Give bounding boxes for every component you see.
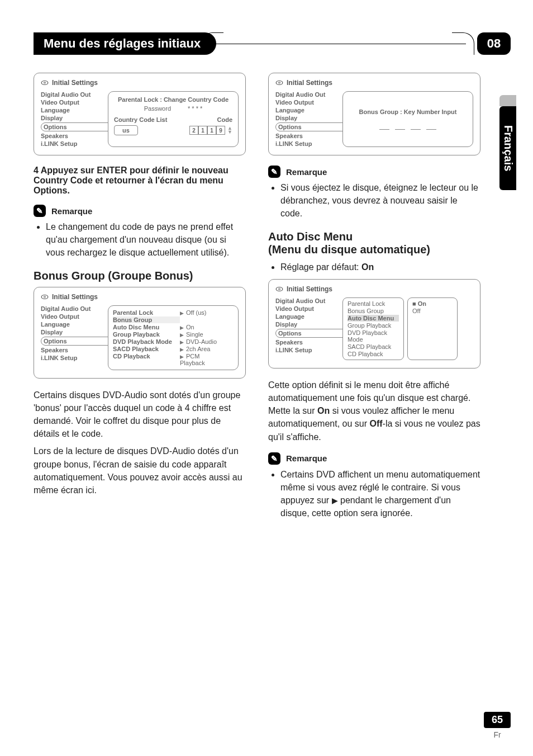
side-item: Speakers xyxy=(275,339,342,346)
note-body: Certains DVD affichent un menu automatiq… xyxy=(280,468,480,520)
play-icon: ▶ xyxy=(332,496,338,505)
chapter-number: 08 xyxy=(477,32,511,55)
side-item-selected: Options xyxy=(275,122,343,131)
side-item: Digital Audio Out xyxy=(275,297,342,304)
code-digit: 9 xyxy=(216,126,225,135)
side-item: i.LINK Setup xyxy=(41,355,108,361)
note-icon: ✎ xyxy=(268,166,280,178)
side-item-selected: Options xyxy=(275,329,343,338)
option-value: ▶Off (us) xyxy=(180,309,219,316)
side-item-selected: Options xyxy=(41,337,108,346)
side-item: Display xyxy=(275,321,342,328)
option-values: ▶Off (us) ▶On ▶Single ▶DVD-Audio ▶2ch Ar… xyxy=(180,309,219,366)
side-item: Language xyxy=(41,107,108,114)
side-item: Display xyxy=(41,329,108,336)
password-label: Password xyxy=(144,105,171,112)
up-down-arrows-icon: ▲▼ xyxy=(227,126,232,134)
side-item: i.LINK Setup xyxy=(275,140,342,147)
note-heading: Remarque xyxy=(286,167,327,177)
side-item: Video Output xyxy=(275,305,342,312)
side-item: i.LINK Setup xyxy=(41,140,108,147)
side-item: Digital Audio Out xyxy=(41,305,108,312)
key-number-slots xyxy=(379,121,436,130)
option-key: Parental Lock xyxy=(113,309,180,316)
language-side-tab: Français xyxy=(499,106,516,190)
option-value: Off xyxy=(412,308,453,314)
side-item: Speakers xyxy=(41,133,108,139)
side-item: i.LINK Setup xyxy=(275,347,342,353)
page-number: 65 xyxy=(484,712,511,728)
section-heading-auto-disc-menu: Auto Disc Menu xyxy=(268,230,480,243)
panel-heading: Parental Lock : Change Country Code xyxy=(114,96,232,103)
decor-line xyxy=(201,44,466,44)
side-item: Language xyxy=(41,321,108,328)
svg-point-6 xyxy=(276,287,283,291)
option-value xyxy=(180,316,219,323)
panel-title: Initial Settings xyxy=(287,285,332,293)
note-heading: Remarque xyxy=(286,453,327,463)
option-value: ▶Single xyxy=(180,331,219,338)
password-mask: * * * * xyxy=(188,105,202,112)
default-setting-line: Réglage par défaut: On xyxy=(280,261,480,273)
panel-heading: Bonus Group : Key Number Input xyxy=(359,108,457,115)
settings-panel-key-input: Initial Settings Digital Audio Out Video… xyxy=(268,73,480,155)
note-icon: ✎ xyxy=(34,205,46,217)
body-paragraph: Cette option définit si le menu doit êtr… xyxy=(268,379,480,443)
option-key-selected: Bonus Group xyxy=(113,316,180,323)
note-body: Si vous éjectez le disque, éteignez le l… xyxy=(280,181,480,220)
disc-icon xyxy=(275,285,283,293)
settings-side-list: Digital Audio Out Video Output Language … xyxy=(41,305,108,370)
side-item: Digital Audio Out xyxy=(275,91,342,98)
option-key: SACD Playback xyxy=(113,346,180,352)
option-key: Auto Disc Menu xyxy=(113,324,180,330)
option-key: DVD Playback Mode xyxy=(348,329,399,343)
option-value: ▶2ch Area xyxy=(180,346,219,352)
country-code-chip: us xyxy=(114,125,138,135)
side-item: Display xyxy=(275,115,342,121)
option-value-selected: ■ On xyxy=(412,300,453,307)
svg-point-7 xyxy=(278,289,280,290)
side-item: Speakers xyxy=(275,133,342,139)
page-lang-code: Fr xyxy=(484,730,511,739)
code-digit: 2 xyxy=(189,126,198,135)
decor-tab-top xyxy=(499,95,516,106)
option-keys: Parental Lock Bonus Group Auto Disc Menu… xyxy=(342,297,404,360)
svg-point-0 xyxy=(41,81,48,85)
page-footer: 65 Fr xyxy=(484,712,511,739)
panel-title: Initial Settings xyxy=(52,293,98,301)
settings-panel-bonus-group: Initial Settings Digital Audio Out Video… xyxy=(34,287,246,379)
option-value: ▶PCM Playback xyxy=(180,353,219,366)
option-value: ▶On xyxy=(180,324,219,330)
note-icon: ✎ xyxy=(268,452,280,465)
disc-icon xyxy=(41,293,49,301)
body-paragraph: Certains disques DVD-Audio sont dotés d'… xyxy=(34,389,246,441)
side-item: Video Output xyxy=(41,99,108,106)
svg-point-2 xyxy=(41,295,48,299)
option-key: Parental Lock xyxy=(348,300,399,307)
page-header: Menu des réglages initiaux 08 xyxy=(34,32,511,55)
list-header-left: Country Code List xyxy=(114,116,167,123)
settings-side-list: Digital Audio Out Video Output Language … xyxy=(275,297,342,360)
option-key: CD Playback xyxy=(113,353,180,360)
option-key: SACD Playback xyxy=(348,343,399,350)
section-heading-bonus-group: Bonus Group (Groupe Bonus) xyxy=(34,270,246,282)
side-item-selected: Options xyxy=(41,122,108,131)
note-heading: Remarque xyxy=(51,206,92,216)
side-item: Video Output xyxy=(275,99,342,106)
option-key: Bonus Group xyxy=(348,308,399,314)
settings-panel-country-code: Initial Settings Digital Audio Out Video… xyxy=(34,73,246,155)
panel-title: Initial Settings xyxy=(287,79,332,87)
option-value: ▶DVD-Audio xyxy=(180,338,219,345)
page-title: Menu des réglages initiaux xyxy=(34,32,216,55)
code-digit: 1 xyxy=(198,126,207,135)
svg-point-3 xyxy=(44,296,46,297)
option-key-selected: Auto Disc Menu xyxy=(348,315,399,322)
option-key: CD Playback xyxy=(348,351,399,357)
section-subheading-auto-disc-menu: (Menu du disque automatique) xyxy=(268,243,480,256)
note-body: Le changement du code de pays ne prend e… xyxy=(46,220,246,259)
option-values: ■ On Off xyxy=(407,297,458,360)
disc-icon xyxy=(275,79,283,87)
disc-icon xyxy=(41,79,49,87)
side-item: Display xyxy=(41,115,108,121)
option-keys: Parental Lock Bonus Group Auto Disc Menu… xyxy=(113,309,180,366)
